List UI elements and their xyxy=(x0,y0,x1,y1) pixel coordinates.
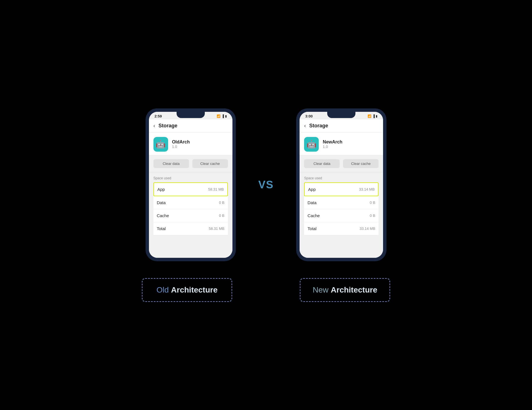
right-clear-data-button[interactable]: Clear data xyxy=(304,159,340,168)
new-arch-colored-label: New xyxy=(313,285,329,295)
storage-item: App 58.31 MB xyxy=(153,182,228,196)
storage-item-value: 33.14 MB xyxy=(359,187,375,191)
storage-item-label: App xyxy=(157,187,165,192)
storage-item: Total 58.31 MB xyxy=(153,222,228,235)
phones-row: 2:59 📶 ▐ ▮ ‹ Storage 🤖 xyxy=(146,108,387,261)
right-app-info: 🤖 NewArch 1.0 xyxy=(300,132,383,155)
left-remaining-space xyxy=(149,235,232,258)
left-status-icons: 📶 ▐ ▮ xyxy=(217,114,227,118)
storage-item-value: 58.31 MB xyxy=(209,226,225,231)
storage-item: App 33.14 MB xyxy=(304,182,379,196)
storage-item-value: 33.14 MB xyxy=(360,226,375,231)
left-buttons-row: Clear data Clear cache xyxy=(149,155,232,172)
right-time: 3:00 xyxy=(305,114,313,118)
storage-item-label: Total xyxy=(307,226,316,231)
left-app-icon: 🤖 xyxy=(153,137,168,152)
right-wifi-icon: 📶 xyxy=(368,114,371,118)
left-phone: 2:59 📶 ▐ ▮ ‹ Storage 🤖 xyxy=(146,108,236,261)
right-app-details: NewArch 1.0 xyxy=(323,139,342,149)
storage-item-value: 0 B xyxy=(370,213,375,218)
left-notch xyxy=(177,112,205,118)
left-app-details: OldArch 1.0 xyxy=(172,139,190,149)
storage-item: Data 0 B xyxy=(304,196,379,209)
right-phone-screen: 3:00 📶 ▐ ▮ ‹ Storage 🤖 xyxy=(300,112,383,258)
storage-item-label: App xyxy=(308,187,316,192)
storage-item-value: 0 B xyxy=(370,200,375,205)
storage-item-value: 58.31 MB xyxy=(208,187,224,191)
right-app-version: 1.0 xyxy=(323,145,342,149)
battery-icon: ▮ xyxy=(225,114,227,118)
right-space-used-label: Space used xyxy=(304,172,379,182)
right-battery-icon: ▮ xyxy=(376,114,377,118)
wifi-icon: 📶 xyxy=(217,114,221,118)
right-buttons-row: Clear data Clear cache xyxy=(300,155,383,172)
storage-item-label: Cache xyxy=(157,213,169,218)
main-container: 2:59 📶 ▐ ▮ ‹ Storage 🤖 xyxy=(69,108,463,302)
storage-item: Cache 0 B xyxy=(153,209,228,222)
left-app-icon-emoji: 🤖 xyxy=(156,139,166,149)
left-status-bar: 2:59 📶 ▐ ▮ xyxy=(149,112,232,119)
right-status-bar: 3:00 📶 ▐ ▮ xyxy=(300,112,383,119)
right-storage-items: App 33.14 MB Data 0 B Cache 0 B Total 33… xyxy=(304,182,379,235)
right-app-icon-emoji: 🤖 xyxy=(307,139,316,149)
right-app-name: NewArch xyxy=(323,139,342,145)
new-arch-label-box: New Architecture xyxy=(300,278,390,302)
right-status-icons: 📶 ▐ ▮ xyxy=(368,114,378,118)
new-arch-bold-label: Architecture xyxy=(331,285,377,295)
left-app-version: 1.0 xyxy=(172,145,190,149)
left-app-bar: ‹ Storage xyxy=(149,119,232,132)
vs-label: VS xyxy=(258,179,274,191)
left-app-info: 🤖 OldArch 1.0 xyxy=(149,132,232,155)
storage-item-label: Data xyxy=(307,200,316,205)
right-app-icon: 🤖 xyxy=(304,137,319,152)
storage-item-label: Data xyxy=(157,200,166,205)
left-time: 2:59 xyxy=(155,114,162,118)
right-storage-section: Space used App 33.14 MB Data 0 B Cache 0… xyxy=(300,172,383,235)
left-storage-items: App 58.31 MB Data 0 B Cache 0 B Total 58… xyxy=(153,182,228,235)
left-clear-cache-button[interactable]: Clear cache xyxy=(192,159,228,168)
left-app-name: OldArch xyxy=(172,139,190,145)
storage-item-label: Total xyxy=(157,226,166,231)
left-back-arrow[interactable]: ‹ xyxy=(153,123,155,129)
storage-item: Data 0 B xyxy=(153,196,228,209)
storage-item: Cache 0 B xyxy=(304,209,379,222)
left-phone-screen: 2:59 📶 ▐ ▮ ‹ Storage 🤖 xyxy=(149,112,232,258)
storage-item: Total 33.14 MB xyxy=(304,222,379,235)
left-clear-data-button[interactable]: Clear data xyxy=(153,159,189,168)
right-remaining-space xyxy=(300,235,383,258)
old-arch-label-box: Old Architecture xyxy=(142,278,232,302)
left-storage-section: Space used App 58.31 MB Data 0 B Cache 0… xyxy=(149,172,232,235)
storage-item-value: 0 B xyxy=(219,200,225,205)
storage-item-label: Cache xyxy=(307,213,320,218)
signal-icon: ▐ xyxy=(222,114,224,118)
right-phone: 3:00 📶 ▐ ▮ ‹ Storage 🤖 xyxy=(296,108,386,261)
labels-row: Old Architecture New Architecture xyxy=(142,278,390,302)
left-screen-title: Storage xyxy=(159,123,177,129)
right-back-arrow[interactable]: ‹ xyxy=(304,123,306,129)
old-arch-colored-label: Old xyxy=(157,285,169,295)
right-notch xyxy=(327,112,355,118)
right-app-bar: ‹ Storage xyxy=(300,119,383,132)
right-screen-title: Storage xyxy=(309,123,328,129)
old-arch-bold-label: Architecture xyxy=(171,285,217,295)
right-signal-icon: ▐ xyxy=(373,114,375,118)
right-clear-cache-button[interactable]: Clear cache xyxy=(343,159,379,168)
left-space-used-label: Space used xyxy=(153,172,228,182)
storage-item-value: 0 B xyxy=(219,213,225,218)
